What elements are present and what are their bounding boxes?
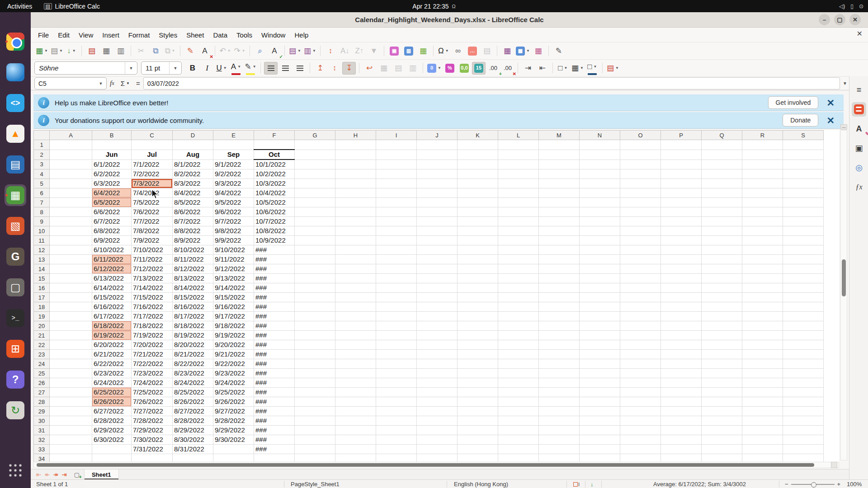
cell-B3[interactable]: 6/1/2022 xyxy=(92,160,132,169)
column-header-B[interactable]: B xyxy=(92,131,132,140)
cell-O17[interactable] xyxy=(620,293,661,302)
cell-S33[interactable] xyxy=(783,445,824,454)
row-header-9[interactable]: 9 xyxy=(34,217,50,226)
row-header-16[interactable]: 16 xyxy=(34,283,50,293)
cell-E31[interactable]: 9/29/2022 xyxy=(213,426,254,435)
paste-dropdown-icon[interactable]: ▼ xyxy=(172,49,175,53)
cell-L4[interactable] xyxy=(498,169,539,179)
menu-view[interactable]: View xyxy=(74,29,98,41)
cell-N24[interactable] xyxy=(580,359,620,369)
cell-I11[interactable] xyxy=(376,236,417,245)
cell-L16[interactable] xyxy=(498,283,539,293)
cell-S10[interactable] xyxy=(783,226,824,236)
cell-D23[interactable]: 8/21/2022 xyxy=(173,350,213,359)
cell-K18[interactable] xyxy=(458,302,498,312)
open-file-dropdown-icon[interactable]: ▼ xyxy=(59,49,63,53)
cell-K15[interactable] xyxy=(458,274,498,283)
freeze-rows-and-columns-dropdown-icon[interactable]: ▼ xyxy=(526,49,530,53)
page-style-status[interactable]: PageStyle_Sheet1 xyxy=(291,480,340,488)
cell-C14[interactable]: 7/12/2022 xyxy=(132,264,173,274)
functions-deck-icon[interactable]: ƒx xyxy=(852,180,866,194)
cell-B11[interactable]: 6/9/2022 xyxy=(92,236,132,245)
cell-J22[interactable] xyxy=(417,340,458,350)
cell-R6[interactable] xyxy=(742,188,783,198)
cell-A11[interactable] xyxy=(50,236,92,245)
wrap-text-button[interactable]: ↩ xyxy=(363,62,376,75)
cell-H9[interactable] xyxy=(335,217,376,226)
column-header-R[interactable]: R xyxy=(742,131,783,140)
cell-J31[interactable] xyxy=(417,426,458,435)
cell-N26[interactable] xyxy=(580,378,620,388)
cell-B1[interactable] xyxy=(92,140,132,150)
undo-dropdown-icon[interactable]: ▼ xyxy=(227,49,231,53)
add-decimal-place-button[interactable]: .00+ xyxy=(486,62,500,75)
cell-S23[interactable] xyxy=(783,350,824,359)
highlighting-color-dropdown-icon[interactable]: ▼ xyxy=(253,65,256,69)
cell-B26[interactable]: 6/24/2022 xyxy=(92,378,132,388)
cell-A29[interactable] xyxy=(50,407,92,416)
horizontal-split-handle[interactable] xyxy=(831,462,837,468)
cell-L29[interactable] xyxy=(498,407,539,416)
cell-P2[interactable] xyxy=(661,150,702,160)
cell-D21[interactable]: 8/19/2022 xyxy=(173,331,213,340)
cell-L15[interactable] xyxy=(498,274,539,283)
cell-G31[interactable] xyxy=(295,426,335,435)
cell-F16[interactable]: ### xyxy=(254,283,295,293)
redo-button[interactable]: ↷▼ xyxy=(233,45,246,57)
cell-D14[interactable]: 8/12/2022 xyxy=(173,264,213,274)
cell-N8[interactable] xyxy=(580,207,620,217)
cell-B12[interactable]: 6/10/2022 xyxy=(92,245,132,255)
cell-K22[interactable] xyxy=(458,340,498,350)
row-header-24[interactable]: 24 xyxy=(34,359,50,369)
insert-row-dropdown-icon[interactable]: ▼ xyxy=(297,49,301,53)
cell-K33[interactable] xyxy=(458,445,498,454)
name-box[interactable]: C5 ▼ xyxy=(34,77,107,89)
cell-R21[interactable] xyxy=(742,331,783,340)
cell-D19[interactable]: 8/17/2022 xyxy=(173,312,213,321)
cell-C12[interactable]: 7/10/2022 xyxy=(132,245,173,255)
cell-Q22[interactable] xyxy=(702,340,742,350)
row-header-3[interactable]: 3 xyxy=(34,160,50,169)
cell-M20[interactable] xyxy=(539,321,580,331)
cell-E7[interactable]: 9/5/2022 xyxy=(213,198,254,207)
font-name-combo[interactable]: Söhne ▼ xyxy=(34,61,137,75)
cell-P27[interactable] xyxy=(661,388,702,397)
cell-R14[interactable] xyxy=(742,264,783,274)
cell-R5[interactable] xyxy=(742,179,783,188)
cell-D24[interactable]: 8/22/2022 xyxy=(173,359,213,369)
cell-G20[interactable] xyxy=(295,321,335,331)
clock[interactable]: Apr 21 22:35 Ω xyxy=(412,3,455,10)
cell-K28[interactable] xyxy=(458,397,498,407)
cell-B20[interactable]: 6/18/2022 xyxy=(92,321,132,331)
cell-N1[interactable] xyxy=(580,140,620,150)
cell-L23[interactable] xyxy=(498,350,539,359)
cell-P12[interactable] xyxy=(661,245,702,255)
cell-N6[interactable] xyxy=(580,188,620,198)
cell-N5[interactable] xyxy=(580,179,620,188)
cell-C20[interactable]: 7/18/2022 xyxy=(132,321,173,331)
merge-cells-button[interactable]: ▤ xyxy=(392,62,405,75)
cell-L25[interactable] xyxy=(498,369,539,378)
center-vertically-button[interactable]: ↕ xyxy=(328,62,341,75)
cell-O1[interactable] xyxy=(620,140,661,150)
cell-R24[interactable] xyxy=(742,359,783,369)
cell-H19[interactable] xyxy=(335,312,376,321)
cell-S26[interactable] xyxy=(783,378,824,388)
sheet-tab-sheet1[interactable]: Sheet1 xyxy=(84,469,119,480)
row-header-2[interactable]: 2 xyxy=(34,150,50,160)
cell-G16[interactable] xyxy=(295,283,335,293)
row-header-6[interactable]: 6 xyxy=(34,188,50,198)
zoom-slider[interactable]: − + xyxy=(785,480,840,488)
cell-I20[interactable] xyxy=(376,321,417,331)
row-header-20[interactable]: 20 xyxy=(34,321,50,331)
cell-O9[interactable] xyxy=(620,217,661,226)
cell-E10[interactable]: 9/8/2022 xyxy=(213,226,254,236)
cell-A31[interactable] xyxy=(50,426,92,435)
cell-D20[interactable]: 8/18/2022 xyxy=(173,321,213,331)
row-header-21[interactable]: 21 xyxy=(34,331,50,340)
cell-A8[interactable] xyxy=(50,207,92,217)
cell-I14[interactable] xyxy=(376,264,417,274)
cell-G19[interactable] xyxy=(295,312,335,321)
cell-N19[interactable] xyxy=(580,312,620,321)
last-sheet-icon[interactable]: ⇥ xyxy=(62,471,67,478)
